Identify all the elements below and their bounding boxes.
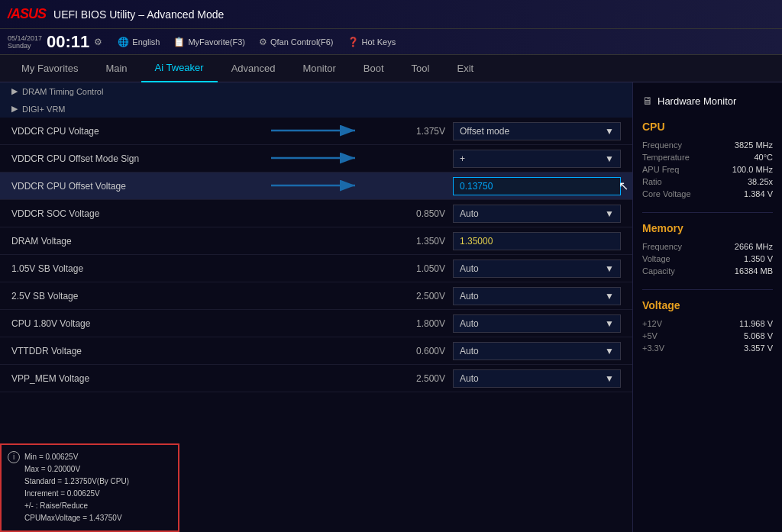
- cpu-frequency-row: Frequency 3825 MHz: [633, 139, 782, 151]
- cpu-18v-dropdown[interactable]: Auto ▼: [453, 314, 621, 333]
- vttddr-dropdown[interactable]: Auto ▼: [453, 342, 621, 360]
- cpu-section: CPU Frequency 3825 MHz Temperature 40°C …: [633, 118, 782, 200]
- vppmem-label: VPP_MEM Voltage: [11, 373, 392, 384]
- 25v-sb-val: 2.500V: [392, 291, 445, 301]
- nav-ai-tweaker[interactable]: Ai Tweaker: [141, 55, 218, 82]
- toolbar-items: 🌐 English 📋 MyFavorite(F3) ⚙ Qfan Contro…: [118, 37, 396, 47]
- table-row: VDDCR SOC Voltage 0.850V Auto ▼: [0, 200, 632, 227]
- table-row: CPU 1.80V Voltage 1.800V Auto ▼: [0, 310, 632, 337]
- settings-icon[interactable]: ⚙: [94, 37, 102, 47]
- info-line-4: Increment = 0.00625V: [24, 488, 170, 500]
- nav-my-favorites[interactable]: My Favorites: [8, 55, 92, 82]
- content-area: ▶ DRAM Timing Control ▶ DIGI+ VRM VDDCR …: [0, 82, 632, 532]
- chevron-down-icon: ▼: [605, 346, 614, 356]
- mem-capacity-row: Capacity 16384 MB: [633, 265, 782, 277]
- hardware-monitor-sidebar: 🖥 Hardware Monitor CPU Frequency 3825 MH…: [632, 82, 782, 532]
- ratio-row: Ratio 38.25x: [633, 176, 782, 188]
- asus-logo: /ASUS: [8, 6, 46, 22]
- hotkeys-button[interactable]: ❓ Hot Keys: [347, 37, 396, 47]
- table-row: VTTDDR Voltage 0.600V Auto ▼: [0, 337, 632, 365]
- info-line-6: CPUMaxVoltage = 1.43750V: [24, 512, 170, 524]
- bios-title: UEFI BIOS Utility – Advanced Mode: [53, 8, 774, 21]
- cursor-icon: ↖: [619, 179, 629, 193]
- cpu-freq-value: 3825 MHz: [735, 140, 773, 150]
- cpu-temp-value: 40°C: [754, 153, 773, 162]
- 12v-row: +12V 11.968 V: [633, 318, 782, 330]
- bookmark-icon: 📋: [173, 37, 185, 47]
- vppmem-dropdown[interactable]: Auto ▼: [453, 369, 621, 388]
- table-row: VDDCR CPU Voltage 1.375V Offset mode ▼: [0, 118, 632, 145]
- mem-capacity-label: Capacity: [642, 266, 675, 276]
- voltage-section-title: Voltage: [633, 296, 782, 314]
- memory-section: Memory Frequency 2666 MHz Voltage 1.350 …: [633, 219, 782, 277]
- dram-voltage-input[interactable]: [453, 232, 621, 250]
- info-line-5: +/- : Raise/Reduce: [24, 500, 170, 512]
- monitor-icon: 🖥: [642, 95, 653, 107]
- 12v-value: 11.968 V: [739, 319, 773, 328]
- ratio-value: 38.25x: [748, 177, 773, 186]
- nav-advanced[interactable]: Advanced: [218, 55, 289, 82]
- mem-freq-label: Frequency: [642, 242, 682, 251]
- table-row: VPP_MEM Voltage 2.500V Auto ▼: [0, 365, 632, 392]
- arrow-indicator-2: [271, 177, 363, 194]
- language-selector[interactable]: 🌐 English: [118, 37, 160, 47]
- 5v-value: 5.068 V: [744, 331, 773, 340]
- table-row: VDDCR CPU Offset Mode Sign + ▼: [0, 145, 632, 172]
- 105v-sb-label: 1.05V SB Voltage: [11, 263, 392, 274]
- mem-capacity-value: 16384 MB: [735, 266, 773, 276]
- table-row: DRAM Voltage 1.350V: [0, 227, 632, 255]
- cpu-18v-label: CPU 1.80V Voltage: [11, 318, 392, 329]
- vddcr-cpu-voltage-val: 1.375V: [392, 126, 445, 137]
- time-section: 05/14/2017 Sunday 00:11 ⚙: [8, 32, 102, 52]
- arrow-indicator-1: [271, 150, 363, 166]
- vddcr-cpu-voltage-dropdown[interactable]: Offset mode ▼: [453, 122, 621, 140]
- 33v-row: +3.3V 3.357 V: [633, 342, 782, 354]
- qfan-button[interactable]: ⚙ Qfan Control(F6): [259, 37, 334, 47]
- cpu-temp-row: Temperature 40°C: [633, 151, 782, 163]
- nav-boot[interactable]: Boot: [350, 55, 398, 82]
- core-voltage-value: 1.384 V: [744, 189, 773, 198]
- chevron-down-icon: ▼: [605, 153, 614, 164]
- date-info: 05/14/2017 Sunday: [8, 34, 42, 50]
- vttddr-val: 0.600V: [392, 346, 445, 356]
- mem-voltage-row: Voltage 1.350 V: [633, 253, 782, 265]
- table-row: VDDCR CPU Offset Voltage ↖: [0, 172, 632, 200]
- dram-timing-section[interactable]: ▶ DRAM Timing Control: [0, 82, 632, 100]
- nav-main[interactable]: Main: [92, 55, 141, 82]
- mem-freq-row: Frequency 2666 MHz: [633, 240, 782, 253]
- apu-freq-value: 100.0 MHz: [732, 165, 773, 174]
- vddcr-soc-dropdown[interactable]: Auto ▼: [453, 205, 621, 223]
- nav-monitor[interactable]: Monitor: [289, 55, 350, 82]
- 105v-sb-val: 1.050V: [392, 263, 445, 274]
- 25v-sb-dropdown[interactable]: Auto ▼: [453, 287, 621, 305]
- cpu-freq-label: Frequency: [642, 140, 682, 150]
- nav-tool[interactable]: Tool: [398, 55, 444, 82]
- chevron-down-icon: ▼: [605, 263, 614, 274]
- nav-exit[interactable]: Exit: [443, 55, 487, 82]
- fan-icon: ⚙: [259, 37, 267, 47]
- vppmem-val: 2.500V: [392, 373, 445, 384]
- expand-icon-digi: ▶: [11, 104, 18, 114]
- chevron-down-icon: ▼: [605, 291, 614, 301]
- chevron-down-icon: ▼: [605, 373, 614, 384]
- 105v-sb-dropdown[interactable]: Auto ▼: [453, 260, 621, 278]
- apu-freq-row: APU Freq 100.0 MHz: [633, 163, 782, 176]
- memory-section-title: Memory: [633, 219, 782, 237]
- vddcr-offset-voltage-input[interactable]: [453, 177, 621, 195]
- 33v-value: 3.357 V: [744, 343, 773, 353]
- vddcr-soc-val: 0.850V: [392, 208, 445, 219]
- bios-header: /ASUS UEFI BIOS Utility – Advanced Mode: [0, 0, 782, 29]
- core-voltage-label: Core Voltage: [642, 189, 691, 198]
- info-line-3: Standard = 1.23750V(By CPU): [24, 476, 170, 488]
- 33v-label: +3.3V: [642, 343, 664, 353]
- chevron-down-icon: ▼: [605, 318, 614, 329]
- cpu-18v-val: 1.800V: [392, 318, 445, 329]
- table-row: 1.05V SB Voltage 1.050V Auto ▼: [0, 255, 632, 282]
- myfavorite-button[interactable]: 📋 MyFavorite(F3): [173, 37, 245, 47]
- digi-vrm-section[interactable]: ▶ DIGI+ VRM: [0, 100, 632, 118]
- info-line-1: Min = 0.00625V: [24, 451, 170, 463]
- keyboard-icon: ❓: [347, 37, 359, 47]
- vddcr-offset-sign-dropdown[interactable]: + ▼: [453, 150, 621, 168]
- 12v-label: +12V: [642, 319, 662, 328]
- cpu-section-title: CPU: [633, 118, 782, 136]
